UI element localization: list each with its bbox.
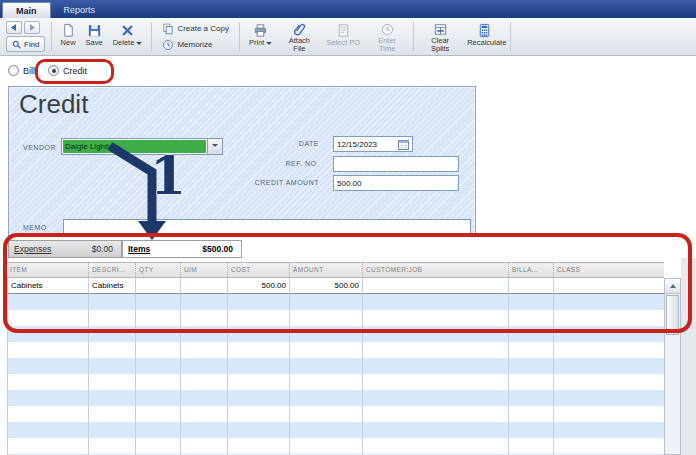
table-cell[interactable] <box>227 374 289 390</box>
table-cell[interactable] <box>553 294 664 310</box>
table-cell[interactable] <box>508 294 553 310</box>
credit-radio-circle[interactable] <box>48 65 59 76</box>
table-cell[interactable] <box>362 326 508 342</box>
cell-amount[interactable]: 500.00 <box>289 278 362 294</box>
cell-um[interactable] <box>180 278 227 294</box>
enter-time-button[interactable]: Enter Time <box>365 20 409 53</box>
table-cell[interactable] <box>362 390 508 406</box>
table-cell[interactable] <box>135 294 180 310</box>
vendor-combobox[interactable]: Daigle Lighting <box>61 138 223 155</box>
create-copy-button[interactable]: Create a Copy <box>162 23 229 35</box>
table-cell[interactable] <box>180 438 227 454</box>
table-cell[interactable] <box>88 294 135 310</box>
table-cell[interactable] <box>180 358 227 374</box>
tab-expenses[interactable]: Expenses $0.00 <box>8 240 122 258</box>
table-cell[interactable] <box>227 422 289 438</box>
table-cell[interactable] <box>508 422 553 438</box>
table-cell[interactable] <box>180 326 227 342</box>
table-cell[interactable] <box>508 374 553 390</box>
bill-radio[interactable]: Bill <box>8 65 35 76</box>
table-cell[interactable] <box>362 310 508 326</box>
table-cell[interactable] <box>227 358 289 374</box>
table-cell[interactable] <box>88 326 135 342</box>
bill-radio-circle[interactable] <box>8 65 19 76</box>
table-cell[interactable] <box>180 374 227 390</box>
table-cell[interactable] <box>88 342 135 358</box>
table-cell[interactable] <box>553 422 664 438</box>
table-cell[interactable] <box>135 422 180 438</box>
table-row[interactable] <box>7 374 664 390</box>
table-row[interactable] <box>7 294 664 310</box>
table-row[interactable] <box>7 438 664 454</box>
table-cell[interactable] <box>289 294 362 310</box>
recalculate-button[interactable]: Recalculate <box>462 20 506 53</box>
table-cell[interactable] <box>88 358 135 374</box>
table-cell[interactable] <box>180 422 227 438</box>
ref-no-field[interactable] <box>333 156 459 172</box>
select-po-button[interactable]: Select PO <box>321 20 365 53</box>
table-cell[interactable] <box>362 358 508 374</box>
table-row[interactable] <box>7 310 664 326</box>
table-cell[interactable] <box>180 310 227 326</box>
table-cell[interactable] <box>88 310 135 326</box>
vendor-dropdown-button[interactable] <box>207 139 222 154</box>
table-cell[interactable] <box>289 390 362 406</box>
back-button[interactable] <box>6 21 22 34</box>
credit-radio[interactable]: Credit <box>48 65 87 76</box>
table-cell[interactable] <box>227 438 289 454</box>
table-cell[interactable] <box>135 358 180 374</box>
cell-qty[interactable] <box>135 278 180 294</box>
table-cell[interactable] <box>88 374 135 390</box>
table-cell[interactable] <box>553 406 664 422</box>
table-cell[interactable] <box>7 438 88 454</box>
table-cell[interactable] <box>7 390 88 406</box>
clear-splits-button[interactable]: Clear Splits <box>418 20 462 53</box>
table-cell[interactable] <box>553 342 664 358</box>
table-cell[interactable] <box>135 374 180 390</box>
table-cell[interactable] <box>227 326 289 342</box>
cell-cost[interactable]: 500.00 <box>227 278 289 294</box>
table-cell[interactable] <box>135 390 180 406</box>
table-row[interactable] <box>7 326 664 342</box>
scrollbar-thumb[interactable] <box>666 295 679 335</box>
table-cell[interactable] <box>7 406 88 422</box>
table-cell[interactable] <box>362 342 508 358</box>
table-cell[interactable] <box>135 406 180 422</box>
table-row[interactable] <box>7 358 664 374</box>
table-cell[interactable] <box>227 294 289 310</box>
table-cell[interactable] <box>7 310 88 326</box>
table-cell[interactable] <box>289 310 362 326</box>
table-cell[interactable] <box>289 326 362 342</box>
table-cell[interactable] <box>289 358 362 374</box>
table-cell[interactable] <box>88 406 135 422</box>
table-row[interactable] <box>7 390 664 406</box>
table-cell[interactable] <box>180 294 227 310</box>
tab-main[interactable]: Main <box>2 2 51 18</box>
cell-item[interactable]: Cabinets <box>7 278 88 294</box>
table-cell[interactable] <box>508 406 553 422</box>
table-cell[interactable] <box>88 422 135 438</box>
tab-items[interactable]: Items $500.00 <box>122 240 242 258</box>
find-button[interactable]: Find <box>6 36 45 52</box>
table-cell[interactable] <box>508 342 553 358</box>
table-cell[interactable] <box>88 438 135 454</box>
table-cell[interactable] <box>180 342 227 358</box>
table-row[interactable] <box>7 342 664 358</box>
table-cell[interactable] <box>553 358 664 374</box>
print-button[interactable]: Print <box>244 20 277 53</box>
table-cell[interactable] <box>227 310 289 326</box>
table-row[interactable] <box>7 422 664 438</box>
delete-button[interactable]: Delete <box>108 20 148 53</box>
scroll-up-button[interactable] <box>665 279 680 294</box>
table-cell[interactable] <box>289 422 362 438</box>
table-cell[interactable] <box>135 310 180 326</box>
table-cell[interactable] <box>553 326 664 342</box>
table-cell[interactable] <box>362 438 508 454</box>
table-cell[interactable] <box>553 438 664 454</box>
table-cell[interactable] <box>7 358 88 374</box>
table-cell[interactable] <box>508 358 553 374</box>
table-cell[interactable] <box>362 406 508 422</box>
table-cell[interactable] <box>508 390 553 406</box>
credit-amount-field[interactable]: 500.00 <box>333 175 459 191</box>
tab-reports[interactable]: Reports <box>51 2 109 18</box>
